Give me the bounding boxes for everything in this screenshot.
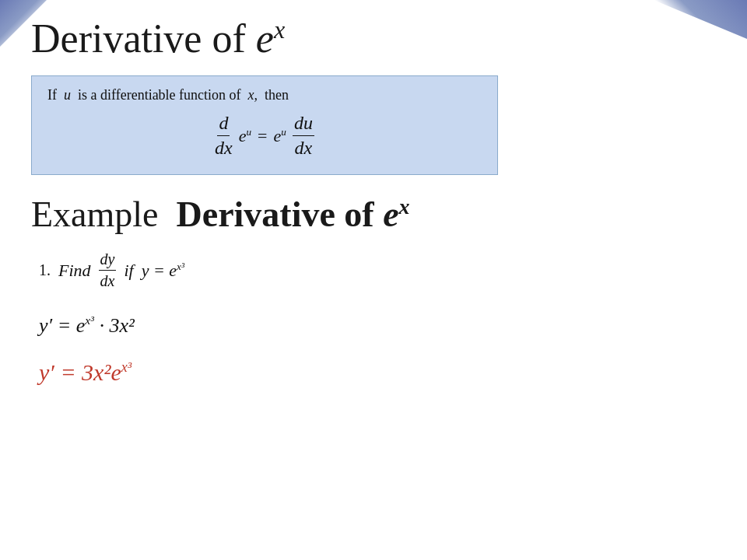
theorem-then: then [265, 87, 289, 103]
theorem-desc: is a differentiable function of [78, 87, 241, 103]
if-text: if [124, 261, 133, 281]
final-answer: y′ = 3x²ex³ [39, 359, 132, 386]
section-heading: Example Derivative of ex [31, 194, 716, 235]
example-content: 1. Find dy dx if y = ex³ y′ = ex³ · 3x² … [39, 250, 716, 386]
title-exponent: x [274, 16, 285, 44]
equals-sign: = [258, 126, 267, 146]
lhs-denominator: dx [215, 136, 233, 159]
step1-expression: y′ = ex³ · 3x² [39, 313, 135, 338]
page-title: Derivative of ex [31, 16, 716, 61]
problem-statement: 1. Find dy dx if y = ex³ [39, 250, 716, 290]
dy-denominator: dx [100, 271, 115, 290]
dy-dx-fraction: dy dx [99, 250, 117, 290]
theorem-formula: d dx eu = eu du dx [47, 113, 482, 159]
dy-numerator: dy [99, 250, 117, 271]
main-content: Derivative of ex If u is a differentiabl… [31, 16, 716, 394]
eu-term: eu [239, 126, 251, 146]
heading-example: Example [31, 194, 159, 234]
find-text: Find [58, 261, 91, 281]
theorem-box: If u is a differentiable function of x, … [31, 75, 498, 175]
rhs-eu-term: eu [274, 126, 286, 146]
rhs-numerator: du [293, 113, 314, 136]
lhs-fraction: d dx [215, 113, 233, 159]
y-equation: y = ex³ [142, 261, 184, 281]
theorem-text: If u is a differentiable function of x, … [47, 87, 482, 103]
step1: y′ = ex³ · 3x² [39, 313, 716, 338]
heading-exponent: x [399, 194, 410, 219]
step2-final: y′ = 3x²ex³ [39, 359, 716, 386]
problem-number: 1. [39, 261, 51, 279]
theorem-if: If [47, 87, 57, 103]
lhs-numerator: d [217, 113, 230, 136]
rhs-denominator: dx [295, 136, 313, 159]
rhs-fraction: du dx [293, 113, 314, 159]
